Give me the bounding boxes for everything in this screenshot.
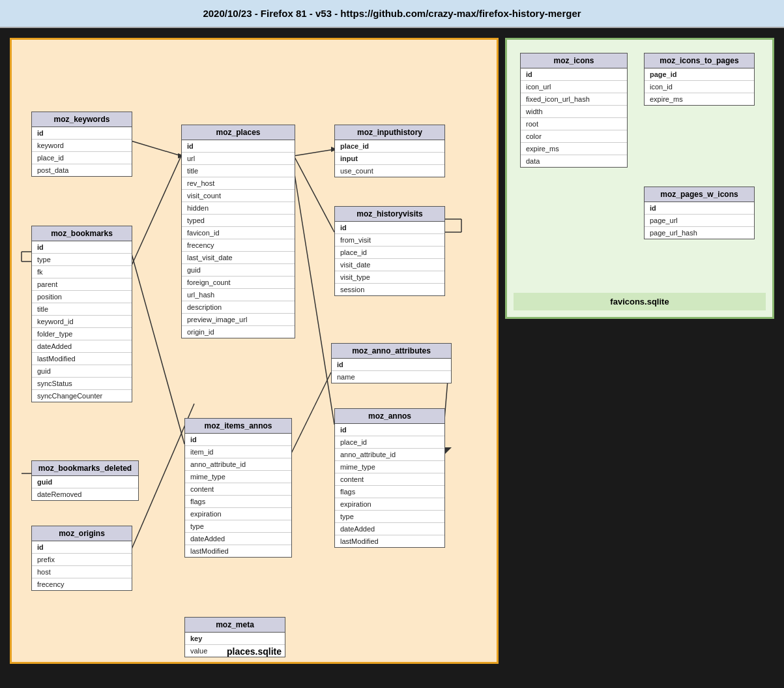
- table-row: expire_ms: [645, 93, 754, 105]
- table-row: use_count: [335, 165, 444, 177]
- table-row: typed: [182, 215, 295, 227]
- table-moz-keywords: moz_keywords id keyword place_id post_da…: [31, 112, 132, 177]
- table-row: id: [335, 424, 444, 436]
- svg-line-16: [291, 372, 331, 455]
- table-moz-bookmarks: moz_bookmarks id type fk parent position…: [31, 226, 132, 402]
- svg-line-9: [294, 156, 334, 232]
- favicons-label: favicons.sqlite: [514, 293, 766, 310]
- table-header: moz_icons: [521, 53, 627, 68]
- table-row: type: [32, 254, 132, 266]
- table-moz-annos: moz_annos id place_id anno_attribute_id …: [334, 408, 445, 548]
- table-row: content: [335, 473, 444, 486]
- table-row: fk: [32, 266, 132, 278]
- table-header: moz_items_annos: [185, 419, 291, 434]
- table-row: prefix: [32, 554, 132, 566]
- table-row: syncStatus: [32, 378, 132, 390]
- table-row: url: [182, 153, 295, 165]
- table-row: guid: [182, 264, 295, 277]
- table-row: id: [32, 241, 132, 254]
- table-row: expire_ms: [521, 143, 627, 155]
- table-header: moz_keywords: [32, 112, 132, 127]
- table-row: post_data: [32, 164, 132, 176]
- table-row: id: [32, 541, 132, 554]
- table-moz-origins: moz_origins id prefix host frecency: [31, 526, 132, 591]
- title-bar: 2020/10/23 - Firefox 81 - v53 - https://…: [0, 0, 784, 28]
- table-row: type: [335, 511, 444, 523]
- table-moz-historyvisits: moz_historyvisits id from_visit place_id…: [334, 206, 445, 296]
- table-row: lastModified: [185, 545, 291, 557]
- table-row: mime_type: [185, 471, 291, 483]
- table-row: keyword_id: [32, 316, 132, 328]
- favicons-container: moz_icons id icon_url fixed_icon_url_has…: [505, 38, 774, 319]
- table-header: moz_meta: [185, 618, 285, 633]
- table-row: input: [335, 153, 444, 165]
- table-row: expiration: [185, 508, 291, 520]
- table-row: visit_count: [182, 190, 295, 202]
- places-label: places.sqlite: [12, 646, 497, 657]
- table-row: id: [32, 127, 132, 140]
- table-header: moz_bookmarks_deleted: [32, 461, 138, 476]
- table-moz-icons-to-pages: moz_icons_to_pages page_id icon_id expir…: [644, 53, 755, 106]
- table-row: flags: [185, 496, 291, 508]
- table-header: moz_origins: [32, 526, 132, 541]
- table-row: fixed_icon_url_hash: [521, 93, 627, 106]
- table-row: id: [332, 359, 451, 371]
- table-row: frecency: [182, 239, 295, 252]
- table-row: foreign_count: [182, 277, 295, 289]
- table-row: lastModified: [335, 535, 444, 547]
- table-row: visit_date: [335, 259, 444, 271]
- table-row: color: [521, 130, 627, 143]
- table-row: dateRemoved: [32, 488, 138, 500]
- table-row: place_id: [335, 436, 444, 449]
- table-row: favicon_id: [182, 227, 295, 239]
- table-row: rev_host: [182, 177, 295, 190]
- table-row: icon_id: [645, 81, 754, 93]
- table-row: expiration: [335, 498, 444, 511]
- table-row: item_id: [185, 446, 291, 458]
- svg-line-18: [131, 252, 184, 444]
- table-row: host: [32, 566, 132, 578]
- table-row: place_id: [335, 247, 444, 259]
- table-row: dateAdded: [185, 533, 291, 545]
- table-row: preview_image_url: [182, 314, 295, 326]
- table-row: dateAdded: [335, 523, 444, 535]
- table-row: id: [182, 140, 295, 153]
- table-row: key: [185, 633, 285, 645]
- table-row: page_url: [645, 215, 754, 227]
- table-row: width: [521, 106, 627, 118]
- table-row: flags: [335, 486, 444, 498]
- table-row: title: [32, 303, 132, 316]
- table-row: id: [185, 434, 291, 446]
- svg-line-0: [131, 141, 181, 156]
- table-row: folder_type: [32, 328, 132, 340]
- table-header: moz_inputhistory: [335, 125, 444, 140]
- table-header: moz_annos: [335, 409, 444, 424]
- table-row: icon_url: [521, 81, 627, 93]
- table-row: mime_type: [335, 461, 444, 473]
- svg-line-2: [131, 156, 181, 267]
- table-row: parent: [32, 278, 132, 291]
- table-row: position: [32, 291, 132, 303]
- table-row: from_visit: [335, 234, 444, 247]
- table-header: moz_historyvisits: [335, 207, 444, 222]
- table-header: moz_places: [182, 125, 295, 140]
- table-row: syncChangeCounter: [32, 390, 132, 402]
- table-row: name: [332, 371, 451, 383]
- table-moz-places: moz_places id url title rev_host visit_c…: [181, 125, 295, 338]
- table-moz-inputhistory: moz_inputhistory place_id input use_coun…: [334, 125, 445, 177]
- table-row: id: [521, 68, 627, 81]
- svg-line-7: [294, 149, 334, 156]
- table-row: description: [182, 301, 295, 314]
- table-row: session: [335, 284, 444, 295]
- table-row: url_hash: [182, 289, 295, 301]
- svg-line-17: [294, 170, 334, 425]
- table-header: moz_pages_w_icons: [645, 187, 754, 202]
- table-row: visit_type: [335, 271, 444, 284]
- table-row: page_id: [645, 68, 754, 81]
- table-header: moz_icons_to_pages: [645, 53, 754, 68]
- table-row: guid: [32, 365, 132, 378]
- table-moz-bookmarks-deleted: moz_bookmarks_deleted guid dateRemoved: [31, 460, 139, 501]
- table-row: keyword: [32, 140, 132, 152]
- table-row: content: [185, 483, 291, 496]
- table-row: guid: [32, 476, 138, 488]
